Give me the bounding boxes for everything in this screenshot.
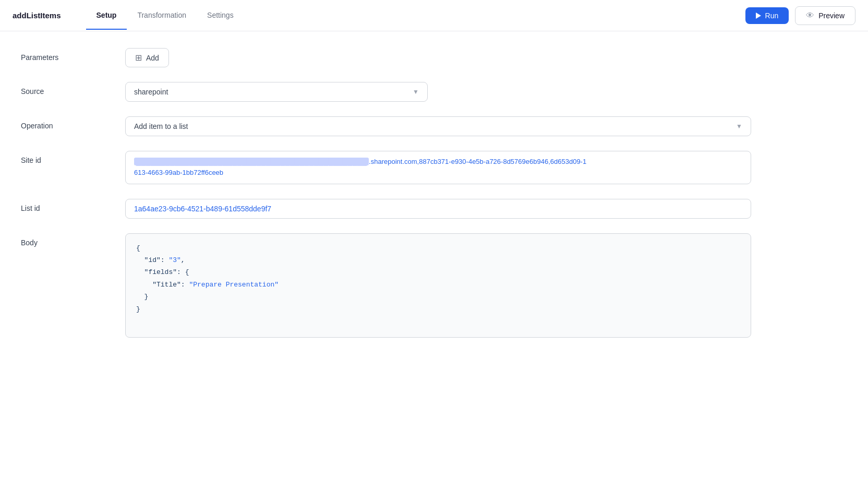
main-content: Parameters ⊞ Add Source sharepoint ▼ Ope… xyxy=(0,31,868,369)
play-icon xyxy=(756,13,761,19)
run-button[interactable]: Run xyxy=(745,7,789,24)
operation-label: Operation xyxy=(21,116,125,130)
preview-button[interactable]: 👁 Preview xyxy=(795,6,855,25)
source-label: Source xyxy=(21,82,125,96)
body-label: Body xyxy=(21,233,125,247)
tabs-container: Setup Transformation Settings xyxy=(86,2,745,30)
site-id-field-content: ████████████████████████████████████████… xyxy=(125,151,751,184)
list-id-value: 1a64ae23-9cb6-4521-b489-61d558dde9f7 xyxy=(134,205,271,213)
site-id-label: Site id xyxy=(21,151,125,164)
plus-icon: ⊞ xyxy=(135,53,142,63)
operation-field-content: Add item to a list ▼ xyxy=(125,116,751,136)
site-id-input[interactable]: ████████████████████████████████████████… xyxy=(125,151,751,184)
chevron-down-icon: ▼ xyxy=(413,88,419,96)
chevron-down-icon: ▼ xyxy=(736,123,742,130)
app-title: addListItems xyxy=(13,11,61,20)
body-section: Body { "id": "3", "fields": { "Title": "… xyxy=(21,233,847,338)
body-field-content: { "id": "3", "fields": { "Title": "Prepa… xyxy=(125,233,751,338)
tab-transformation[interactable]: Transformation xyxy=(127,2,197,30)
parameters-label: Parameters xyxy=(21,48,125,62)
source-section: Source sharepoint ▼ xyxy=(21,82,847,102)
source-select[interactable]: sharepoint ▼ xyxy=(125,82,428,102)
operation-value: Add item to a list xyxy=(134,122,188,130)
list-id-input[interactable]: 1a64ae23-9cb6-4521-b489-61d558dde9f7 xyxy=(125,199,751,219)
operation-select[interactable]: Add item to a list ▼ xyxy=(125,116,751,136)
header-actions: Run 👁 Preview xyxy=(745,6,855,25)
source-field-content: sharepoint ▼ xyxy=(125,82,751,102)
top-bar: addListItems Setup Transformation Settin… xyxy=(0,0,868,31)
tab-settings[interactable]: Settings xyxy=(197,2,244,30)
eye-icon: 👁 xyxy=(806,11,814,20)
site-id-redacted-part: ████████████████████████████████████████… xyxy=(134,158,369,165)
list-id-label: List id xyxy=(21,199,125,212)
list-id-field-content: 1a64ae23-9cb6-4521-b489-61d558dde9f7 xyxy=(125,199,751,219)
source-value: sharepoint xyxy=(134,88,168,96)
tab-setup[interactable]: Setup xyxy=(86,2,127,30)
operation-section: Operation Add item to a list ▼ xyxy=(21,116,847,136)
add-button[interactable]: ⊞ Add xyxy=(125,48,169,67)
parameters-field-content: ⊞ Add xyxy=(125,48,751,67)
list-id-section: List id 1a64ae23-9cb6-4521-b489-61d558dd… xyxy=(21,199,847,219)
body-code-input[interactable]: { "id": "3", "fields": { "Title": "Prepa… xyxy=(125,233,751,338)
site-id-section: Site id ████████████████████████████████… xyxy=(21,151,847,184)
parameters-section: Parameters ⊞ Add xyxy=(21,48,847,67)
